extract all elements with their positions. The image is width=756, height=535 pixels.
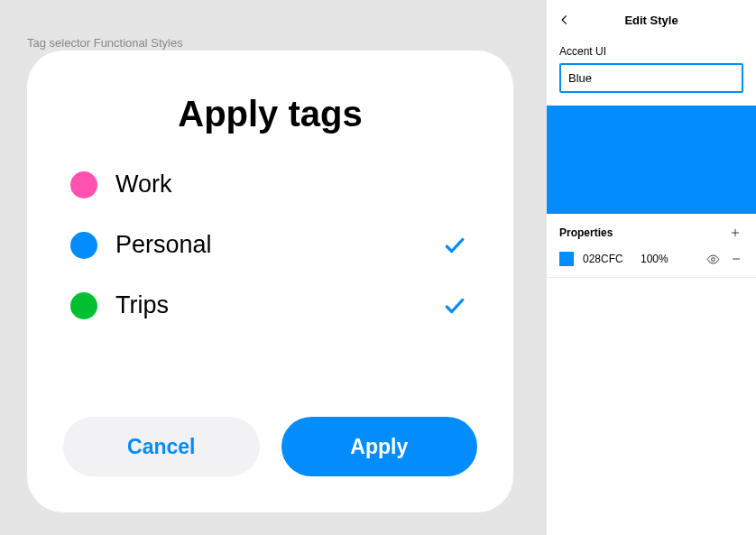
tag-item-personal[interactable]: Personal — [70, 231, 477, 259]
add-property-button[interactable] — [727, 225, 743, 241]
tag-item-work[interactable]: Work — [70, 171, 477, 198]
tag-list: Work Personal Trips — [63, 171, 477, 390]
edit-style-panel: Edit Style Accent UI Properties 028CFC 1… — [546, 0, 756, 535]
visibility-toggle-icon[interactable] — [705, 252, 720, 266]
style-name-section: Accent UI — [547, 40, 756, 106]
svg-point-2 — [711, 257, 715, 261]
tag-color-dot — [70, 232, 97, 259]
check-icon — [441, 292, 468, 319]
back-button[interactable] — [547, 0, 583, 40]
property-row: 028CFC 100% — [559, 252, 743, 266]
color-swatch[interactable] — [559, 252, 574, 266]
card-actions: Cancel Apply — [63, 417, 477, 476]
tag-color-dot — [70, 171, 97, 198]
frame-label: Tag selector Functional Styles — [27, 36, 183, 50]
opacity-value[interactable]: 100% — [641, 253, 678, 265]
tag-name: Work — [115, 171, 477, 198]
card-title: Apply tags — [63, 94, 477, 134]
panel-header: Edit Style — [547, 0, 756, 40]
tag-item-trips[interactable]: Trips — [70, 291, 477, 319]
hex-value[interactable]: 028CFC — [583, 253, 632, 265]
tag-color-dot — [70, 292, 97, 319]
section-label: Accent UI — [559, 45, 743, 58]
check-icon — [441, 232, 468, 259]
style-name-input[interactable] — [559, 63, 743, 93]
remove-property-button[interactable] — [729, 252, 743, 266]
tag-selector-card: Apply tags Work Personal Trips — [27, 51, 513, 512]
apply-button[interactable]: Apply — [281, 417, 478, 476]
divider — [547, 277, 756, 278]
cancel-button[interactable]: Cancel — [63, 417, 260, 476]
properties-section: Properties 028CFC 100% — [547, 214, 756, 277]
tag-name: Personal — [115, 231, 423, 259]
tag-name: Trips — [115, 291, 423, 319]
design-canvas: Tag selector Functional Styles Apply tag… — [0, 0, 546, 535]
properties-title: Properties — [559, 226, 613, 239]
color-preview[interactable] — [547, 106, 756, 214]
